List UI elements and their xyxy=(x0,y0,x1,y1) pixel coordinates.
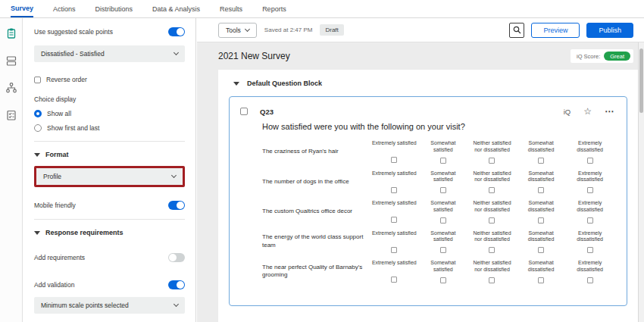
matrix-column: Extremely satisfied xyxy=(370,230,419,254)
matrix-checkbox[interactable] xyxy=(440,247,446,253)
survey-title[interactable]: 2021 New Survey xyxy=(218,51,290,61)
matrix-scale-label: Extremely dissatisfied xyxy=(567,140,613,154)
tab-reports[interactable]: Reports xyxy=(262,0,286,17)
validation-dropdown-value: Minimum scale points selected xyxy=(41,302,129,309)
block-header[interactable]: Default Question Block xyxy=(218,70,638,87)
matrix-checkbox[interactable] xyxy=(489,158,495,164)
tab-data-analysis[interactable]: Data & Analysis xyxy=(152,0,200,17)
matrix-row-label[interactable]: The energy of the world class support te… xyxy=(262,233,370,249)
matrix-column: Extremely dissatisfied xyxy=(565,170,614,194)
chevron-down-icon xyxy=(245,26,250,31)
matrix-checkbox[interactable] xyxy=(440,158,446,164)
matrix-scale-label: Neither satisfied nor dissatisfied xyxy=(469,200,515,214)
matrix-row-label[interactable]: The craziness of Ryan's hair xyxy=(262,148,370,155)
matrix-checkbox[interactable] xyxy=(538,247,544,253)
matrix-checkbox[interactable] xyxy=(587,187,593,193)
survey-flow-icon[interactable] xyxy=(4,80,19,95)
reverse-order-checkbox[interactable] xyxy=(34,77,41,83)
matrix-column: Somewhat satisfied xyxy=(419,230,468,254)
question-settings-sidebar: Use suggested scale points Dissatisfied … xyxy=(23,18,196,322)
star-icon[interactable]: ☆ xyxy=(583,107,592,116)
matrix-checkbox[interactable] xyxy=(391,157,397,163)
iq-score-badge[interactable]: Great xyxy=(604,52,630,61)
matrix-column: Somewhat satisfied xyxy=(419,200,468,224)
vertical-scrollbar[interactable] xyxy=(638,42,644,322)
matrix-checkbox[interactable] xyxy=(489,217,495,224)
matrix-columns: Extremely satisfiedSomewhat satisfiedNei… xyxy=(370,170,614,194)
matrix-checkbox[interactable] xyxy=(489,277,495,283)
caret-down-icon xyxy=(34,153,40,157)
matrix-checkbox[interactable] xyxy=(391,277,397,283)
matrix-checkbox[interactable] xyxy=(538,277,544,283)
preview-button[interactable]: Preview xyxy=(531,23,580,38)
format-dropdown[interactable]: Profile xyxy=(36,168,183,185)
matrix-checkbox[interactable] xyxy=(391,187,397,193)
publish-button[interactable]: Publish xyxy=(586,23,633,38)
matrix-scale-label: Somewhat satisfied xyxy=(420,260,467,274)
matrix-checkbox[interactable] xyxy=(538,217,544,224)
tab-results[interactable]: Results xyxy=(220,0,242,17)
matrix-checkbox[interactable] xyxy=(587,247,593,253)
tab-survey[interactable]: Survey xyxy=(11,0,33,17)
scale-dropdown[interactable]: Dissatisfied - Satisfied xyxy=(34,45,185,62)
question-text[interactable]: How satisfied were you with the followin… xyxy=(230,116,627,140)
survey-options-icon[interactable] xyxy=(4,108,19,123)
matrix-checkbox[interactable] xyxy=(489,187,495,193)
suggested-scale-toggle[interactable] xyxy=(168,27,185,36)
matrix-column: Neither satisfied nor dissatisfied xyxy=(467,170,517,194)
show-all-radio[interactable] xyxy=(34,110,42,117)
matrix-row-label[interactable]: The near perfect Quality of Barnaby's gr… xyxy=(262,264,370,280)
search-button[interactable] xyxy=(509,23,524,38)
scrollbar-thumb[interactable] xyxy=(639,48,643,113)
matrix-checkbox[interactable] xyxy=(538,187,544,193)
matrix-scale-label: Neither satisfied nor dissatisfied xyxy=(469,140,515,154)
matrix-checkbox[interactable] xyxy=(440,187,446,193)
matrix-scale-label: Neither satisfied nor dissatisfied xyxy=(469,260,515,274)
question-block-panel: Default Question Block Q23 iQ ☆ ⋯ How sa… xyxy=(218,70,638,322)
matrix-scale-label: Extremely dissatisfied xyxy=(567,230,613,244)
format-section-header[interactable]: Format xyxy=(34,151,185,158)
mobile-friendly-toggle[interactable] xyxy=(168,201,185,210)
matrix-checkbox[interactable] xyxy=(587,277,593,283)
matrix-column: Extremely dissatisfied xyxy=(565,140,614,164)
add-validation-toggle[interactable] xyxy=(168,280,185,289)
show-first-last-radio[interactable] xyxy=(34,124,42,132)
matrix-checkbox[interactable] xyxy=(489,247,495,253)
overflow-menu-icon[interactable]: ⋯ xyxy=(605,107,614,116)
iq-score-label: iQ Score: xyxy=(577,53,600,60)
matrix-table: The craziness of Ryan's hairExtremely sa… xyxy=(230,140,627,305)
survey-title-row: 2021 New Survey iQ Score: Great xyxy=(197,42,644,70)
look-and-feel-icon[interactable] xyxy=(4,53,19,68)
iq-insights-icon[interactable]: iQ xyxy=(564,108,571,116)
question-card[interactable]: Q23 iQ ☆ ⋯ How satisfied were you with t… xyxy=(229,96,627,306)
matrix-checkbox[interactable] xyxy=(587,158,593,164)
matrix-scale-label: Somewhat dissatisfied xyxy=(518,200,564,214)
question-select-checkbox[interactable] xyxy=(240,108,248,115)
matrix-scale-label: Extremely dissatisfied xyxy=(567,170,613,184)
response-requirements-header[interactable]: Response requirements xyxy=(34,229,185,236)
matrix-checkbox[interactable] xyxy=(440,217,446,224)
question-header: Q23 iQ ☆ ⋯ xyxy=(230,97,627,116)
add-requirements-toggle[interactable] xyxy=(168,253,185,262)
matrix-checkbox[interactable] xyxy=(587,217,593,224)
saved-status: Saved at 2:47 PM xyxy=(264,27,313,33)
matrix-row-label[interactable]: The number of dogs in the office xyxy=(262,178,370,186)
matrix-scale-label: Somewhat dissatisfied xyxy=(518,230,564,244)
matrix-checkbox[interactable] xyxy=(538,158,544,164)
matrix-row-label[interactable]: The custom Qualtrics office decor xyxy=(262,208,370,215)
tools-label: Tools xyxy=(226,27,241,34)
tools-menu-button[interactable]: Tools xyxy=(218,23,257,38)
tab-actions[interactable]: Actions xyxy=(53,0,76,17)
matrix-columns: Extremely satisfiedSomewhat satisfiedNei… xyxy=(370,200,614,224)
matrix-column: Extremely satisfied xyxy=(370,200,419,224)
scale-dropdown-value: Dissatisfied - Satisfied xyxy=(41,50,105,58)
matrix-scale-label: Neither satisfied nor dissatisfied xyxy=(469,230,515,244)
tab-distributions[interactable]: Distributions xyxy=(95,0,133,17)
matrix-columns: Extremely satisfiedSomewhat satisfiedNei… xyxy=(370,230,614,254)
validation-type-dropdown[interactable]: Minimum scale points selected xyxy=(34,297,185,314)
survey-builder-icon[interactable] xyxy=(4,26,19,41)
matrix-checkbox[interactable] xyxy=(440,277,446,283)
matrix-checkbox[interactable] xyxy=(391,217,397,223)
matrix-checkbox[interactable] xyxy=(391,247,397,253)
matrix-column: Neither satisfied nor dissatisfied xyxy=(467,200,517,224)
